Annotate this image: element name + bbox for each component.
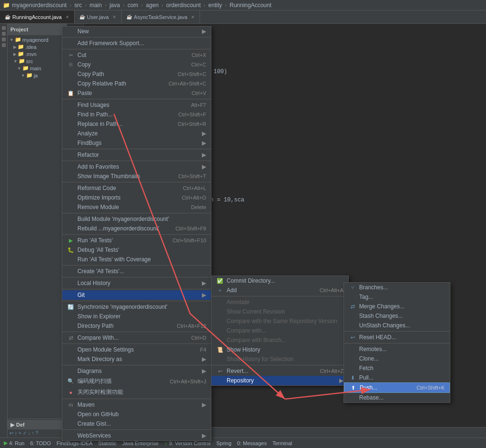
menu-showinexplorer[interactable]: Show in Explorer <box>62 312 211 321</box>
tab-running-account[interactable]: ☕ RunningAccount.java ✕ <box>0 10 75 23</box>
menu-git[interactable]: Git ▶ <box>62 290 211 300</box>
menu-findusages[interactable]: Find Usages Alt+F7 <box>62 100 211 110</box>
menu-framework[interactable]: Add Framework Support... <box>62 38 211 48</box>
menu-new[interactable]: New ▶ <box>62 27 211 36</box>
vc-icon-4[interactable]: ✓ <box>23 430 27 436</box>
menu-diagrams[interactable]: Diagrams ▶ <box>62 366 211 376</box>
menu-closecheck[interactable]: ● 关闭实时检测功能 <box>62 387 211 398</box>
sidebar-icon-project[interactable] <box>2 26 6 30</box>
tree-src[interactable]: ▼ 📁 src <box>8 57 67 65</box>
menu-thumbnails[interactable]: Show Image Thumbnails Ctrl+Shift+T <box>62 172 211 181</box>
tab-close-2[interactable]: ✕ <box>113 15 116 19</box>
menu-analyze[interactable]: Analyze ▶ <box>62 129 211 138</box>
repo-pull[interactable]: ⬇ Pull... <box>344 373 450 382</box>
menu-github[interactable]: Open on GitHub <box>62 410 211 419</box>
dirpath-shortcut: Ctrl+Alt+F12 <box>177 323 206 329</box>
repo-branches[interactable]: ⑂ Branches... <box>344 283 450 292</box>
bottom-statistic[interactable]: Statistic <box>98 440 117 446</box>
menu-debugtests[interactable]: 🐛 Debug 'All Tests' <box>62 245 211 255</box>
tree-root[interactable]: ▼ 📁 myagenord <box>8 36 67 43</box>
git-repository[interactable]: Repository ▶ <box>211 376 348 385</box>
menu-localhistory[interactable]: Local History ▶ <box>62 278 211 288</box>
repo-clone[interactable]: Clone... <box>344 354 450 363</box>
menu-reformat-label: Reformat Code <box>77 185 116 191</box>
menu-rebuild[interactable]: Rebuild ...myagenorderdiscount' Ctrl+Shi… <box>62 224 211 233</box>
bottom-versioncontrol[interactable]: ⑂ 9: Version Control <box>164 440 210 446</box>
repo-resethead[interactable]: ↩ Reset HEAD... <box>344 333 450 342</box>
menu-buildmodule[interactable]: Build Module 'myagenorderdiscount' <box>62 214 211 224</box>
repo-mergechanges[interactable]: ⇄ Merge Changes... <box>344 302 450 311</box>
menu-createtests[interactable]: Create 'All Tests'... <box>62 267 211 276</box>
sidebar-icon-favorites[interactable] <box>2 38 6 41</box>
tree-java[interactable]: ▼ 📁 ja <box>8 72 67 79</box>
git-revert[interactable]: ↩ Revert... Ctrl+Alt+Z <box>211 366 348 376</box>
git-arrow: ▶ <box>202 292 206 298</box>
menu-createtests-label: Create 'All Tests'... <box>77 268 124 275</box>
menu-markdir[interactable]: Mark Directory as ▶ <box>62 354 211 364</box>
menu-reformat[interactable]: Reformat Code Ctrl+Alt+L <box>62 183 211 193</box>
menu-copy[interactable]: ⎘ Copy Ctrl+C <box>62 60 211 69</box>
menu-cut[interactable]: ✂ Cut Ctrl+X <box>62 50 211 60</box>
menu-paste[interactable]: 📋 Paste Ctrl+V <box>62 88 211 98</box>
menu-alicode[interactable]: 🔍 编码规约扫描 Ctrl+Alt+Shift+J <box>62 376 211 387</box>
bottom-terminal[interactable]: Terminal <box>272 440 292 446</box>
git-showhistory[interactable]: 📜 Show History <box>211 345 348 354</box>
menu-gist[interactable]: Create Gist... <box>62 419 211 429</box>
repo-rebase[interactable]: Rebase... <box>344 393 450 402</box>
tab-close-3[interactable]: ✕ <box>191 15 195 19</box>
menu-runcoverage[interactable]: Run 'All Tests' with Coverage <box>62 255 211 264</box>
tree-idea[interactable]: ▶ 📁 .idea <box>8 43 67 50</box>
tree-arrow-java: ▼ <box>21 73 25 78</box>
tab-close-1[interactable]: ✕ <box>66 15 69 19</box>
sep8 <box>62 234 211 235</box>
vc-icon-1[interactable]: ↩ <box>10 430 13 436</box>
bottom-run[interactable]: ▶ 4: Run <box>4 440 24 446</box>
tab-async[interactable]: ☕ AsyncTaskService.java ✕ <box>122 10 200 23</box>
menu-sync[interactable]: 🔄 Synchronize 'myagenorderdiscount' <box>62 302 211 312</box>
bottom-messages[interactable]: 0: Messages <box>237 440 267 446</box>
menu-findinpath[interactable]: Find in Path... Ctrl+Shift+F <box>62 110 211 119</box>
git-commitdir[interactable]: ✅ Commit Directory... <box>211 276 348 286</box>
menu-replaceinpath[interactable]: Replace in Path... Ctrl+Shift+R <box>62 119 211 129</box>
removemodule-shortcut: Delete <box>191 204 206 210</box>
tab-user[interactable]: ☕ User.java ✕ <box>75 10 122 23</box>
repo-fetch[interactable]: Fetch <box>344 363 450 373</box>
menu-findbugs[interactable]: FindBugs ▶ <box>62 138 211 148</box>
repo-push[interactable]: ⬆ Push... Ctrl+Shift+K <box>344 382 450 393</box>
menu-modulesettings[interactable]: Open Module Settings F4 <box>62 345 211 354</box>
cut-shortcut: Ctrl+X <box>191 52 206 58</box>
menu-copypath[interactable]: Copy Path Ctrl+Shift+C <box>62 69 211 79</box>
menu-compare[interactable]: ⇄ Compare With... Ctrl+D <box>62 333 211 343</box>
menu-dirpath[interactable]: Directory Path Ctrl+Alt+F12 <box>62 321 211 331</box>
git-add[interactable]: + Add Ctrl+Alt+A <box>211 286 348 295</box>
bottom-spring[interactable]: Spring <box>216 440 231 446</box>
bottom-todo[interactable]: 6: TODO <box>30 440 51 446</box>
repo-unstash[interactable]: UnStash Changes... <box>344 321 450 330</box>
menu-refactor[interactable]: Refactor ▶ <box>62 150 211 160</box>
menu-removemodule[interactable]: Remove Module Delete <box>62 202 211 212</box>
menu-maven[interactable]: m Maven ▶ <box>62 400 211 410</box>
vc-icon-5[interactable]: ↓ <box>28 430 30 436</box>
sidebar-icon-structure[interactable] <box>2 32 6 36</box>
vc-icon-7[interactable]: ? <box>36 430 38 436</box>
menu-runtests[interactable]: ▶ Run 'All Tests' Ctrl+Shift+F10 <box>62 236 211 245</box>
vc-icon-6[interactable]: ↑ <box>32 430 34 436</box>
menu-copy-label: Copy <box>77 61 91 68</box>
breadcrumb-file: RunningAccount <box>229 2 271 9</box>
tree-main[interactable]: ▼ 📁 main <box>8 65 67 72</box>
sep6 <box>62 182 211 182</box>
repo-remotes[interactable]: Remotes... <box>344 344 450 354</box>
menu-webservices[interactable]: WebServices ▶ <box>62 431 211 440</box>
vc-icon-3[interactable]: + <box>19 430 21 436</box>
menu-copyrelpath[interactable]: Copy Relative Path Ctrl+Alt+Shift+C <box>62 79 211 88</box>
menu-optimize[interactable]: Optimize Imports Ctrl+Alt+O <box>62 193 211 202</box>
repo-tag[interactable]: Tag... <box>344 292 450 302</box>
bottom-javaenterprise[interactable]: Java Enterprise <box>122 440 158 446</box>
repo-stash[interactable]: Stash Changes... <box>344 311 450 321</box>
sidebar-icon-persistence[interactable] <box>2 43 6 47</box>
vc-expand[interactable]: ▶ <box>10 422 14 428</box>
menu-favorites[interactable]: Add to Favorites ▶ <box>62 162 211 172</box>
tree-mvn[interactable]: ▶ 📁 .mvn <box>8 50 67 57</box>
bottom-findbugs[interactable]: FindBugs-IDEA <box>57 440 93 446</box>
vc-icon-2[interactable]: ↕ <box>15 430 17 436</box>
